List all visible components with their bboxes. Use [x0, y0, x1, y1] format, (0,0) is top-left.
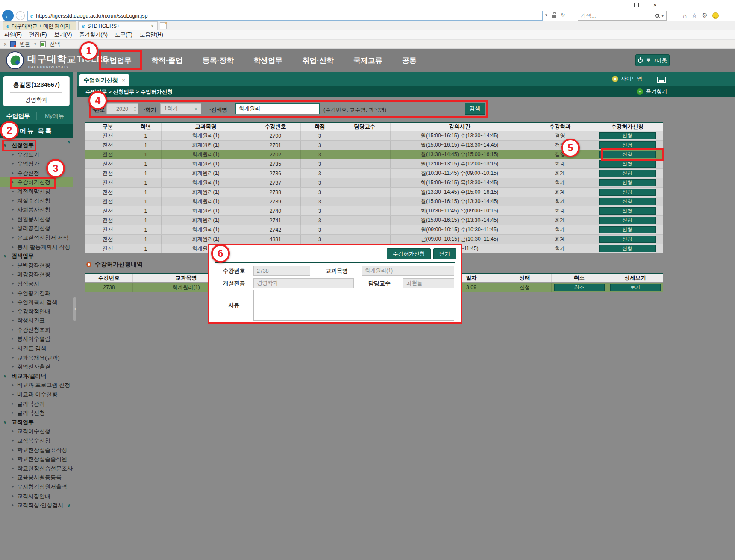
maximize-icon[interactable] [632, 1, 640, 9]
apply-button[interactable]: 신청 [599, 217, 656, 224]
back-button[interactable]: ← [2, 10, 14, 21]
sidebar-menu-entry[interactable]: 분반강좌현황 [0, 261, 73, 270]
browser-tab-stdtigers[interactable]: e STDTIGERS+ × [78, 21, 158, 30]
scroll-down-icon[interactable]: ∨ [66, 503, 72, 508]
home-icon[interactable]: ⌂ [683, 12, 687, 19]
apply-button[interactable]: 신청 [599, 170, 656, 177]
sidebar-menu-entry[interactable]: 비교과/클리닉 [0, 371, 73, 381]
browser-tab-daegu[interactable]: e 대구대학교 + 메인 페이지 [3, 21, 76, 30]
course-row[interactable]: 전선 1 회계원리(1) 2739 3 월(15:00~16:15) 수(13:… [85, 197, 663, 206]
sidebar-menu-entry[interactable]: 교직사정안내 [0, 492, 73, 501]
sidebar-menu-entry[interactable]: 수업평가결과 [0, 289, 73, 298]
sidebar-menu-entry[interactable]: 취업전자출결 [0, 362, 73, 371]
sidebar-menu-entry[interactable]: 비교과 이수현황 [0, 390, 73, 399]
course-row[interactable]: 전선 1 회계원리(1) 2736 3 월(10:30~11:45) 수(09:… [85, 169, 663, 178]
scroll-up-icon[interactable]: ∧ [66, 139, 72, 144]
apply-button[interactable]: 신청 [599, 179, 656, 186]
sidebar-menu-entry[interactable]: 학교현장실습설문조사 [0, 464, 73, 473]
toolbar-close-icon[interactable]: x [4, 41, 6, 47]
sidebar-menu-entry[interactable]: 교직복수신청 [0, 436, 73, 445]
smiley-icon[interactable] [712, 12, 719, 19]
select-button[interactable]: 선택 [50, 41, 60, 48]
sidebar-menu-entry[interactable]: 계절수강신청 [0, 196, 73, 206]
apply-button[interactable]: 신청 [599, 245, 656, 252]
apply-button[interactable]: 신청 [599, 236, 656, 243]
content-tab-active[interactable]: 수업허가신청 × [79, 74, 129, 86]
sidebar-menu-entry[interactable]: 폐강강좌현황 [0, 270, 73, 279]
sidebar-menu-entry[interactable]: 수강신청조회 [0, 325, 73, 335]
apply-button[interactable]: 신청 [599, 207, 656, 215]
url-field[interactable]: e https://tigersstd.daegu.ac.kr/nxrun/ss… [27, 11, 543, 21]
sidebar-menu-entry[interactable]: 검색업무 [0, 251, 73, 261]
content-tab-close-icon[interactable]: × [122, 77, 125, 83]
sidebar-menu-entry[interactable]: 봉사 활동계획서 작성 [0, 242, 73, 252]
apply-button[interactable]: 신청 [599, 151, 656, 158]
sidebar-menu-entry[interactable]: 사회봉사신청 [0, 205, 73, 215]
sidebar-menu-entry[interactable]: 교육봉사활동등록 [0, 473, 73, 482]
sitemap-button[interactable]: 사이트맵 [612, 75, 642, 83]
add-favorite-button[interactable]: + 즐겨찾기 [637, 88, 667, 95]
course-row[interactable]: 전선 1 회계원리(1) 4331 3 금(09:00~10:15) 금(10:… [85, 235, 663, 244]
sidebar-menu-entry[interactable]: 학교현장실습표작성 [0, 445, 73, 455]
search-icon[interactable] [655, 14, 659, 18]
global-nav-item[interactable]: 등록·장학 [203, 56, 234, 65]
sidebar-menu-entry[interactable]: 수강학점안내 [0, 307, 73, 316]
sidebar-collapse-handle[interactable]: ◂ [73, 297, 76, 321]
sidebar-menu-entry[interactable]: 신청업무 [0, 141, 73, 150]
course-row[interactable]: 전선 1 회계원리(1) 2742 3 월(09:00~10:15) 수(10:… [85, 225, 663, 235]
global-nav-item[interactable]: 학생업무 [253, 56, 282, 65]
search-button[interactable]: 검색 [465, 103, 485, 115]
sidebar-menu-entry[interactable]: 시간표 검색 [0, 344, 73, 353]
course-row[interactable]: 전선 1 회계원리(1) 2738 3 월(13:30~14:45) 수(15:… [85, 188, 663, 197]
sidebar-menu-entry[interactable]: 교직업무 [0, 418, 73, 427]
menu-bar-item[interactable]: 도구(T) [115, 31, 132, 38]
sidebar-menu-entry[interactable]: 교직적성·인성검사 [0, 501, 73, 510]
apply-button[interactable]: 신청 [599, 226, 656, 233]
modal-close-button[interactable]: 닫기 [433, 248, 456, 259]
new-tab-button[interactable] [160, 22, 167, 29]
sidebar-tab-mymenu[interactable]: My메뉴 [36, 108, 73, 124]
sidebar-menu-entry[interactable]: 수업계획서 검색 [0, 298, 73, 307]
view-detail-button[interactable]: 보기 [610, 284, 661, 291]
url-dropdown-icon[interactable]: ▾ [545, 13, 547, 17]
modal-apply-button[interactable]: 수강허가신청 [387, 248, 431, 259]
global-nav-item[interactable]: 공통 [402, 56, 417, 65]
menu-bar-item[interactable]: 즐겨찾기(A) [79, 31, 108, 38]
tools-gear-icon[interactable]: ⚙ [702, 12, 708, 19]
stepper-arrows-icon[interactable]: ▲▼ [134, 105, 136, 113]
query-input[interactable] [235, 103, 320, 114]
sidebar-menu-entry[interactable]: 헌혈봉사신청 [0, 215, 73, 224]
apply-button[interactable]: 신청 [599, 141, 656, 149]
search-dropdown-icon[interactable]: ▾ [662, 14, 664, 18]
sidebar-menu-entry[interactable]: 학생시간표 [0, 316, 73, 325]
modal-reason-textarea[interactable] [253, 290, 454, 321]
course-row[interactable]: 전선 1 회계원리(1) 2741 3 월(15:00~16:15) 수(13:… [85, 216, 663, 225]
sidebar-menu-entry[interactable]: 봉사이수열람 [0, 334, 73, 344]
fullscreen-icon[interactable] [657, 77, 666, 83]
global-nav-item[interactable]: 학적·졸업 [151, 56, 183, 65]
minimize-icon[interactable]: – [614, 1, 621, 9]
sidebar-menu-entry[interactable]: 유고결석신청서 서식 [0, 233, 73, 242]
global-nav-item[interactable]: 국제교류 [353, 56, 382, 65]
sidebar-menu-entry[interactable]: 수강허가신청 [0, 177, 73, 187]
tab-close-icon[interactable]: × [151, 23, 154, 29]
refresh-icon[interactable]: ↻ [561, 12, 565, 18]
apply-button[interactable]: 신청 [599, 198, 656, 205]
sidebar-menu-entry[interactable]: 무시험검정원서출력 [0, 482, 73, 492]
university-logo[interactable] [6, 51, 24, 69]
course-row[interactable]: 전선 1 회계원리(1) 2740 3 화(10:30~11:45) 목(09:… [85, 206, 663, 216]
logout-button[interactable]: 로그아웃 [635, 54, 670, 66]
sidebar-menu-entry[interactable]: 클리닉관리 [0, 399, 73, 409]
course-row[interactable]: 전선 1 회계원리(1) 2737 3 화(15:00~16:15) 목(13:… [85, 178, 663, 188]
sidebar-menu-entry[interactable]: 생리공결신청 [0, 224, 73, 233]
close-icon[interactable]: × [651, 1, 659, 9]
menu-bar-item[interactable]: 편집(E) [29, 31, 47, 38]
browser-search-input[interactable] [581, 13, 653, 19]
course-row[interactable]: 전선 1 회계원리(1) 2700 3 월(15:00~16:15) 수(13:… [85, 131, 663, 141]
sidebar-menu-entry[interactable]: 교직이수신청 [0, 427, 73, 436]
menu-bar-item[interactable]: 보기(V) [54, 31, 72, 38]
cancel-button[interactable]: 취소 [554, 284, 605, 291]
favorites-icon[interactable]: ☆ [691, 12, 697, 19]
sidebar-menu-entry[interactable]: 수강포기 [0, 150, 73, 159]
sidebar-menu-entry[interactable]: 학교현장실습출석원 [0, 454, 73, 464]
